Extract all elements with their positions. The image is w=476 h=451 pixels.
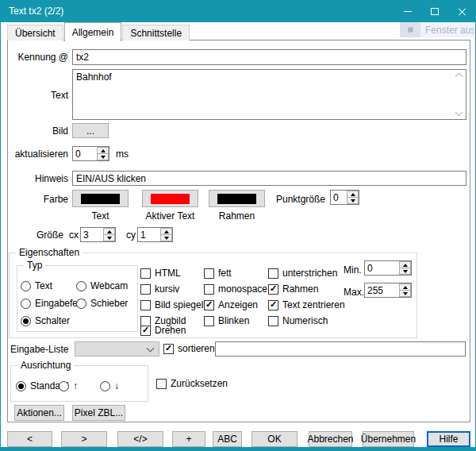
- radio-typ-webcam[interactable]: Webcam: [76, 279, 128, 292]
- radio-ausrichtung-down[interactable]: ↓: [100, 380, 119, 392]
- radio-typ-schalter[interactable]: Schalter: [21, 314, 70, 327]
- radio-label: Schalter: [35, 315, 70, 326]
- checkbox-label: kursiv: [155, 283, 179, 295]
- color-active-text-button[interactable]: [142, 190, 198, 207]
- radio-icon: [76, 281, 86, 291]
- eingabe-liste-input[interactable]: [215, 341, 466, 357]
- aktionen-button[interactable]: Aktionen...: [14, 405, 64, 421]
- checkbox-label: Numerisch: [282, 315, 328, 326]
- checkbox-bild-spiegeln[interactable]: Bild spiegeln: [140, 299, 209, 311]
- max-input[interactable]: [365, 283, 399, 297]
- tab-uebersicht[interactable]: Übersicht: [7, 25, 63, 40]
- bild-browse-button[interactable]: ...: [72, 123, 109, 138]
- code-button[interactable]: </>: [117, 431, 163, 447]
- tab-strip: Übersicht Allgemein Schnittstelle: [7, 24, 190, 40]
- spin-down-button[interactable]: [399, 268, 411, 275]
- checkbox-icon: [140, 268, 151, 279]
- checkbox-anzeigen[interactable]: Anzeigen: [204, 299, 258, 311]
- tab-page-allgemein: Kennung @ Text Bahnhof Bild ... aktualis…: [7, 40, 470, 422]
- resize-grip[interactable]: [465, 449, 473, 450]
- spin-down-button[interactable]: [399, 290, 411, 297]
- checkbox-html[interactable]: HTML: [140, 267, 181, 279]
- abc-button[interactable]: ABC: [213, 431, 242, 447]
- nav-prev-button[interactable]: <: [7, 431, 52, 447]
- spin-up-button[interactable]: [347, 191, 359, 197]
- checkbox-drehen[interactable]: Drehen: [140, 324, 186, 337]
- checkbox-numerisch[interactable]: Numerisch: [268, 314, 328, 327]
- checkbox-icon: [268, 268, 278, 279]
- ok-button[interactable]: OK: [251, 431, 298, 447]
- checkbox-zuruecksetzen[interactable]: Zurücksetzen: [156, 377, 228, 390]
- max-label: Max.: [344, 286, 364, 299]
- punktgroesse-input[interactable]: [331, 191, 347, 204]
- checkbox-fett[interactable]: fett: [204, 267, 232, 279]
- checkbox-blinken[interactable]: Blinken: [204, 314, 249, 327]
- apply-button[interactable]: Übernehmen: [363, 431, 414, 447]
- checkbox-unterstrichen[interactable]: unterstrichen: [268, 267, 337, 279]
- cancel-button[interactable]: Abbrechen: [309, 431, 352, 447]
- checkbox-icon: [140, 284, 151, 295]
- minimize-button[interactable]: [394, 0, 421, 22]
- color-rahmen-button[interactable]: [209, 190, 265, 207]
- ghost-label: Fenster ausschn: [420, 22, 474, 37]
- spin-up-button[interactable]: [103, 228, 115, 234]
- checkbox-text-zentrieren[interactable]: Text zentrieren: [268, 299, 345, 311]
- eingabe-liste-dropdown[interactable]: [75, 341, 159, 357]
- radio-ausrichtung-up[interactable]: ↑: [59, 380, 78, 392]
- tab-allgemein[interactable]: Allgemein: [64, 22, 122, 41]
- aktualisieren-label: aktualisieren: [8, 148, 68, 160]
- radio-icon: [59, 381, 69, 391]
- spin-up-button[interactable]: [399, 283, 411, 290]
- checkbox-label: monospace: [218, 283, 267, 295]
- help-button[interactable]: Hilfe: [427, 431, 470, 447]
- spin-down-button[interactable]: [347, 197, 359, 204]
- close-icon: [458, 7, 466, 16]
- min-input[interactable]: [365, 261, 399, 275]
- checkbox-icon: [156, 379, 167, 389]
- kennung-input[interactable]: [72, 49, 466, 65]
- spin-down-icon: [351, 199, 355, 202]
- dialog-window: Text tx2 (2/2) Fenster ausschn Übersicht…: [0, 0, 476, 451]
- plus-button[interactable]: +: [172, 431, 205, 447]
- checkbox-rahmen[interactable]: Rahmen: [268, 283, 318, 295]
- radio-label: Webcam: [90, 280, 128, 291]
- checkbox-label: Drehen: [155, 325, 186, 336]
- text-textarea[interactable]: Bahnhof: [73, 70, 466, 119]
- checkbox-icon: [140, 326, 151, 336]
- radio-label: Text: [35, 280, 52, 291]
- titlebar: Text tx2 (2/2): [1, 0, 475, 22]
- spin-down-button[interactable]: [97, 153, 109, 160]
- tab-schnittstelle[interactable]: Schnittstelle: [122, 25, 190, 40]
- radio-typ-text[interactable]: Text: [21, 279, 52, 292]
- color-text-button[interactable]: [72, 190, 129, 207]
- spin-down-button[interactable]: [160, 234, 172, 241]
- cy-input[interactable]: [138, 228, 160, 241]
- spin-up-icon: [403, 286, 408, 289]
- checkbox-kursiv[interactable]: kursiv: [140, 283, 179, 295]
- maximize-button[interactable]: [421, 0, 448, 22]
- pixel-zbl-button[interactable]: Pixel ZBL...: [72, 405, 125, 421]
- spin-up-button[interactable]: [160, 228, 172, 234]
- color-rahmen-caption: Rahmen: [209, 210, 265, 222]
- spin-up-button[interactable]: [399, 261, 411, 268]
- cx-label: cx: [69, 229, 79, 241]
- nav-next-button[interactable]: >: [61, 431, 107, 447]
- hinweis-input[interactable]: [72, 171, 466, 186]
- spin-up-button[interactable]: [97, 147, 109, 153]
- ausrichtung-group: Ausrichtung Standard ↑ ↓: [10, 365, 148, 402]
- checkbox-label: Zurücksetzen: [171, 378, 228, 389]
- checkbox-monospace[interactable]: monospace: [204, 283, 267, 295]
- radio-typ-schieber[interactable]: Schieber: [76, 297, 128, 310]
- color-text-caption: Text: [72, 210, 129, 222]
- spin-down-button[interactable]: [103, 234, 115, 241]
- color-active-text-caption: Aktiver Text: [142, 210, 198, 222]
- cy-label: cy: [126, 229, 136, 241]
- ausrichtung-legend: Ausrichtung: [17, 360, 74, 371]
- cx-input[interactable]: [81, 228, 103, 241]
- arrow-down-label: ↓: [114, 380, 119, 391]
- eingabe-liste-label: Eingabe-Liste: [10, 343, 68, 356]
- checkbox-sortieren[interactable]: sortieren: [163, 342, 215, 355]
- close-button[interactable]: [448, 0, 475, 22]
- aktualisieren-input[interactable]: [73, 147, 97, 160]
- radio-icon: [100, 381, 110, 391]
